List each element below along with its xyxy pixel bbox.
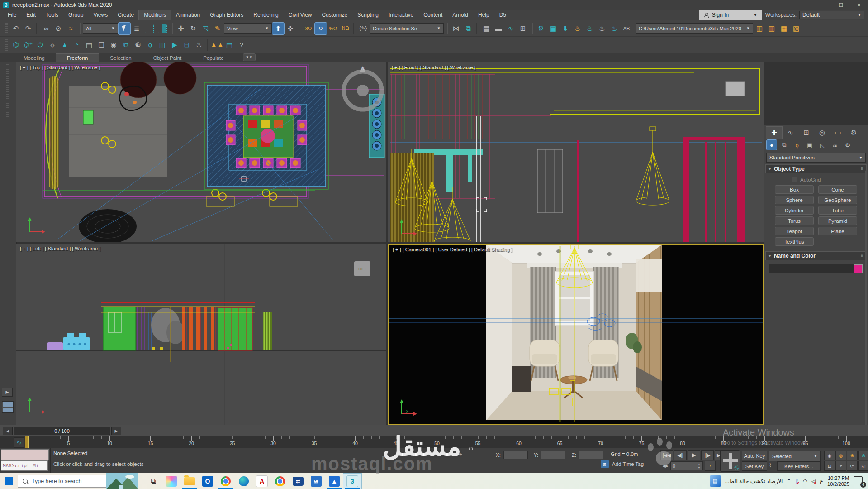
fire-effect-icon[interactable]: ◉ bbox=[108, 39, 119, 51]
volume-muted-icon[interactable]: ◁✕ bbox=[811, 478, 816, 484]
viewport-front-label[interactable]: [ + ] [ Front ] [ Standard ] [ Wireframe… bbox=[392, 65, 476, 70]
tab-modify[interactable]: ∿ bbox=[783, 127, 798, 139]
maxscript-listener-icon[interactable]: {✎} bbox=[357, 23, 369, 34]
layers-stack-icon[interactable]: ⧉ bbox=[120, 39, 132, 51]
menu-item[interactable]: Graph Editors bbox=[205, 10, 248, 20]
previous-frame-button[interactable]: ◀ bbox=[3, 427, 13, 435]
select-object-icon[interactable] bbox=[119, 23, 130, 34]
ribbon-tab[interactable]: Freeform bbox=[56, 53, 100, 62]
primitive-button[interactable]: Pyramid bbox=[818, 216, 857, 225]
network-icon[interactable]: ◠ bbox=[803, 478, 807, 484]
taskbar-autocad[interactable]: A bbox=[253, 474, 271, 489]
taskbar-3dsmax[interactable]: 3 bbox=[343, 474, 361, 489]
menu-item[interactable]: Animation bbox=[171, 10, 205, 20]
menu-item[interactable]: Help bbox=[473, 10, 494, 20]
bind-to-space-warp-icon[interactable]: ≈ bbox=[65, 23, 76, 34]
space-warps-icon[interactable]: ≋ bbox=[830, 140, 840, 150]
task-view-button[interactable]: ⧉ bbox=[144, 474, 162, 489]
material-palette-icon[interactable]: ☯ bbox=[132, 39, 144, 51]
z-input[interactable] bbox=[579, 451, 603, 459]
zoom-extents-icon[interactable]: ⊕ bbox=[847, 451, 858, 460]
forest-trees-icon[interactable]: ▲▲ bbox=[211, 39, 223, 51]
select-and-scale-icon[interactable]: ◹ bbox=[199, 23, 211, 34]
tab-hierarchy[interactable]: ⊞ bbox=[798, 127, 814, 139]
notification-center-button[interactable]: 4 bbox=[854, 476, 865, 486]
autogrid-checkbox[interactable] bbox=[792, 177, 797, 182]
activeshade-icon[interactable]: ♨ bbox=[608, 23, 620, 34]
primitive-button[interactable]: Tube bbox=[818, 206, 857, 215]
menu-item[interactable]: Scripting bbox=[352, 10, 384, 20]
new-scene-explorer-icon[interactable]: ▥ bbox=[766, 23, 778, 34]
time-playhead[interactable] bbox=[25, 436, 29, 448]
cameras-icon[interactable]: ▣ bbox=[805, 140, 815, 150]
expand-tray-button[interactable]: ▶ bbox=[2, 388, 13, 397]
rendered-frame-window-icon[interactable]: ▣ bbox=[547, 23, 559, 34]
menu-item[interactable]: Customize bbox=[317, 10, 353, 20]
select-and-place-icon[interactable]: ✎ bbox=[212, 23, 223, 34]
primitive-button[interactable]: Cone bbox=[818, 185, 857, 194]
zoom-icon[interactable]: ◉ bbox=[824, 451, 835, 460]
tab-motion[interactable]: ◎ bbox=[814, 127, 830, 139]
primitive-button[interactable]: GeoSphere bbox=[818, 196, 857, 204]
tab-utilities[interactable]: ⚙ bbox=[846, 127, 862, 139]
shapes-icon[interactable]: ⧉ bbox=[779, 140, 789, 150]
window-crossing-icon[interactable] bbox=[158, 24, 167, 33]
compare-ab-icon[interactable]: AB bbox=[621, 23, 632, 34]
select-by-name-icon[interactable]: ≣ bbox=[131, 23, 142, 34]
add-time-tag-control[interactable]: ⧈ Add Time Tag bbox=[601, 460, 644, 468]
select-and-move-icon[interactable]: ✛ bbox=[175, 23, 187, 34]
close-button[interactable]: × bbox=[850, 0, 868, 10]
light-bulb-icon[interactable]: ⏻ bbox=[34, 39, 46, 51]
scene-explorer-icon[interactable]: ▥ bbox=[754, 23, 765, 34]
ribbon-tab[interactable]: Selection bbox=[99, 54, 142, 62]
object-name-input[interactable] bbox=[769, 264, 863, 273]
select-and-link-icon[interactable]: ∞ bbox=[40, 23, 52, 34]
primitive-button[interactable]: Cylinder bbox=[775, 206, 814, 215]
menu-item[interactable]: Tools bbox=[41, 10, 63, 20]
set-keys-button[interactable]: ⚿ bbox=[720, 450, 740, 472]
viewport-front[interactable]: [ + ] [ Front ] [ Standard ] [ Wireframe… bbox=[388, 62, 764, 242]
help-icon[interactable]: ? bbox=[236, 39, 247, 51]
weather-widget[interactable] bbox=[106, 473, 138, 489]
geometry-icon[interactable]: ● bbox=[767, 140, 777, 150]
tree-icon[interactable]: ▲ bbox=[59, 39, 71, 51]
maxscript-mini-output[interactable] bbox=[1, 449, 49, 460]
toolbar-grip[interactable] bbox=[5, 39, 8, 51]
lights-icon[interactable]: ϙ bbox=[792, 140, 802, 150]
primitive-button[interactable]: Torus bbox=[775, 216, 814, 225]
menu-item[interactable]: Modifiers bbox=[139, 10, 171, 20]
taskbar-outlook[interactable]: O bbox=[199, 474, 217, 489]
viewport-left-label[interactable]: [ + ] [ Left ] [ Standard ] [ Wireframe … bbox=[20, 246, 100, 251]
snaps-toggle-icon[interactable]: Ω bbox=[315, 23, 327, 34]
viewport-layout-tabs[interactable] bbox=[2, 401, 14, 413]
select-and-manipulate-icon[interactable]: ✜ bbox=[285, 23, 296, 34]
render-in-cloud-icon[interactable]: ♨ bbox=[572, 23, 583, 34]
ribbon-expand-icon[interactable]: ▼▼ bbox=[243, 53, 256, 61]
primitive-button[interactable]: Teapot bbox=[775, 227, 814, 235]
systems-icon[interactable]: ⚙ bbox=[843, 140, 853, 150]
orbit-icon[interactable]: ⟳ bbox=[847, 461, 858, 471]
menu-item[interactable]: Create bbox=[113, 10, 139, 20]
percent-snap-icon[interactable]: %Ω bbox=[327, 23, 339, 34]
tree-document-icon[interactable]: ❏ bbox=[95, 39, 107, 51]
add-camera-icon[interactable]: ⌬⁺ bbox=[22, 39, 34, 51]
auto-key-button[interactable]: Auto Key bbox=[742, 451, 767, 460]
container-explorer-icon[interactable]: ▧ bbox=[790, 23, 802, 34]
time-configuration-icon[interactable]: ◔ bbox=[705, 461, 716, 471]
language-indicator[interactable]: ع bbox=[820, 478, 823, 484]
selection-set-dropdown[interactable]: Selected ▼ bbox=[769, 451, 821, 461]
taskbar-photos[interactable]: ▲ bbox=[325, 474, 343, 489]
align-icon[interactable]: ⧉ bbox=[462, 23, 474, 34]
taskbar-search-input[interactable]: Type here to search bbox=[18, 475, 106, 488]
maximize-viewport-icon[interactable]: ◱ bbox=[858, 461, 868, 471]
next-frame-button[interactable]: ▶ bbox=[111, 427, 121, 435]
mirror-icon[interactable]: ⋈ bbox=[450, 23, 462, 34]
menu-item[interactable]: D5 bbox=[494, 10, 511, 20]
ribbon-tab[interactable]: Populate bbox=[192, 54, 234, 62]
schematic-view-icon[interactable]: ⊞ bbox=[517, 23, 529, 34]
y-input[interactable] bbox=[541, 451, 565, 459]
taskbar-copilot[interactable] bbox=[162, 474, 180, 489]
layer-explorer-toggle-icon[interactable]: ▦ bbox=[778, 23, 790, 34]
zoom-all-icon[interactable]: ◎ bbox=[835, 451, 846, 460]
taskbar-teamviewer[interactable]: ⇄ bbox=[289, 474, 307, 489]
